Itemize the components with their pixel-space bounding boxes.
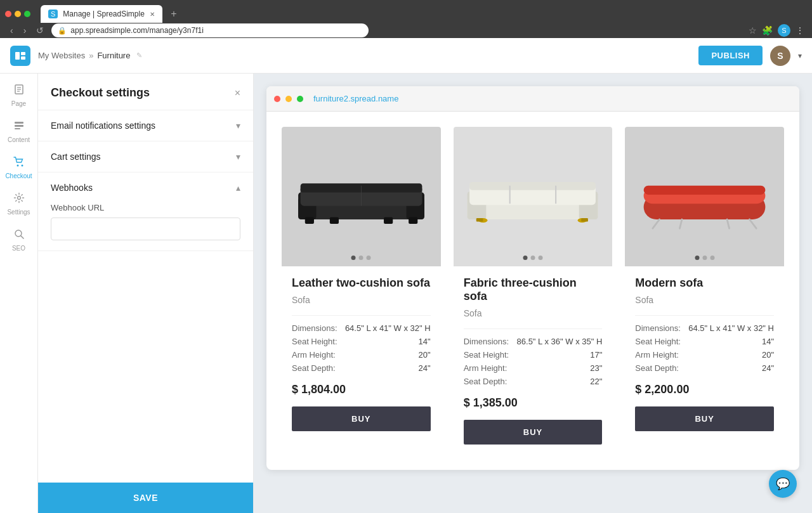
sidebar-item-checkout[interactable]: Checkout — [3, 151, 36, 185]
settings-panel: Checkout settings × Email notifications … — [38, 74, 254, 513]
url-text: app.spreadsimple.com/manage/y3n7f1i — [70, 26, 203, 35]
carousel-dot[interactable] — [530, 256, 535, 260]
svg-rect-34 — [476, 218, 483, 221]
svg-rect-31 — [555, 185, 556, 203]
webhooks-chevron-icon: ▴ — [236, 183, 240, 193]
back-button[interactable]: ‹ — [8, 25, 16, 36]
svg-rect-20 — [305, 217, 314, 224]
product-category: Sofa — [635, 295, 774, 305]
preview-url: furniture2.spread.name — [313, 94, 398, 103]
maximize-dot[interactable] — [24, 11, 30, 17]
carousel-dot[interactable] — [367, 256, 371, 260]
spec-label: Seat Depth: — [292, 363, 336, 373]
profile-icon[interactable]: S — [778, 24, 790, 37]
carousel-dot[interactable] — [702, 256, 707, 260]
webhooks-label: Webhooks — [51, 183, 93, 193]
browser-chrome: S Manage | SpreadSimple ✕ + ‹ › ↺ 🔒 app.… — [0, 0, 812, 38]
svg-rect-22 — [330, 217, 339, 224]
carousel-dot[interactable] — [351, 256, 356, 260]
forward-button[interactable]: › — [21, 25, 29, 36]
spec-value: 17" — [590, 350, 602, 360]
address-bar[interactable]: 🔒 app.spreadsimple.com/manage/y3n7f1i — [51, 23, 369, 37]
webhooks-section-header[interactable]: Webhooks ▴ — [51, 183, 240, 193]
spec-label: Seat Height: — [635, 337, 681, 346]
tab-close-icon[interactable]: ✕ — [150, 11, 155, 18]
carousel-dot[interactable] — [710, 256, 714, 260]
settings-nav-label: Settings — [7, 209, 30, 216]
breadcrumb-root[interactable]: My Websites — [38, 51, 85, 60]
left-nav: Page Content Checkout Settings — [0, 74, 38, 513]
sidebar-item-content[interactable]: Content — [3, 115, 36, 148]
carousel-dot[interactable] — [538, 256, 542, 260]
webhook-url-field: Webhook URL — [51, 203, 240, 240]
product-card: Modern sofa Sofa Dimensions: 64.5" L x 4… — [625, 127, 784, 455]
sofa-image-black — [294, 138, 429, 256]
minimize-dot[interactable] — [15, 11, 21, 17]
extensions-icon[interactable]: 🧩 — [762, 25, 773, 36]
avatar-chevron-icon[interactable]: ▾ — [798, 51, 802, 60]
cart-settings-section[interactable]: Cart settings ▾ — [38, 141, 253, 172]
preview-dot-yellow — [285, 96, 292, 102]
seo-nav-label: SEO — [12, 245, 25, 252]
preview-dot-red — [274, 96, 280, 102]
product-specs: Dimensions: 64.5" L x 41" W x 32" H Seat… — [292, 315, 431, 373]
svg-line-41 — [680, 219, 683, 228]
spec-value: 64.5" L x 41" W x 32" H — [345, 323, 431, 333]
panel-header: Checkout settings × — [38, 74, 253, 110]
svg-rect-35 — [582, 218, 589, 221]
publish-button[interactable]: PUBLISH — [698, 46, 763, 65]
close-dot[interactable] — [5, 11, 11, 17]
new-tab-button[interactable]: + — [166, 6, 181, 22]
spec-row: Arm Height: 20" — [292, 350, 431, 360]
spec-label: Dimensions: — [635, 323, 681, 333]
product-specs: Dimensions: 86.5" L x 36" W x 35" H Seat… — [464, 328, 603, 386]
app: My Websites » Furniture ✎ PUBLISH S ▾ Pa… — [0, 38, 812, 513]
spec-row: Arm Height: 23" — [464, 363, 603, 373]
svg-rect-9 — [15, 128, 20, 129]
product-price: $ 1,385.00 — [464, 396, 603, 410]
product-image — [282, 127, 441, 266]
preview-area: furniture2.spread.name — [254, 74, 812, 513]
spec-label: Arm Height: — [635, 350, 679, 360]
sidebar-item-settings[interactable]: Settings — [3, 187, 36, 221]
save-button[interactable]: SAVE — [38, 483, 253, 513]
svg-rect-0 — [15, 52, 20, 60]
avatar[interactable]: S — [770, 46, 790, 66]
buy-button[interactable]: BUY — [635, 406, 774, 431]
panel-close-button[interactable]: × — [235, 88, 240, 99]
menu-icon[interactable]: ⋮ — [796, 25, 804, 36]
breadcrumb-separator: » — [89, 51, 93, 60]
page-icon — [13, 84, 25, 98]
checkout-icon — [13, 156, 25, 171]
spec-row: Seat Depth: 24" — [635, 363, 774, 373]
window-controls — [5, 11, 30, 17]
buy-button[interactable]: BUY — [464, 420, 603, 445]
product-info: Fabric three-cushion sofa Sofa Dimension… — [454, 266, 613, 455]
spec-row: Seat Height: 17" — [464, 350, 603, 360]
chat-bubble[interactable]: 💬 — [769, 470, 797, 498]
bookmark-icon[interactable]: ☆ — [749, 25, 757, 36]
product-price: $ 2,200.00 — [635, 383, 774, 396]
sidebar-item-page[interactable]: Page — [3, 79, 36, 112]
svg-rect-1 — [21, 52, 25, 55]
product-price: $ 1,804.00 — [292, 383, 431, 396]
carousel-dot[interactable] — [359, 256, 363, 260]
breadcrumb-current: Furniture — [97, 51, 130, 60]
svg-rect-2 — [21, 56, 25, 60]
breadcrumb-edit-icon[interactable]: ✎ — [136, 51, 142, 60]
spec-value: 22" — [590, 377, 602, 386]
sidebar-item-seo[interactable]: SEO — [3, 223, 36, 257]
email-notifications-section[interactable]: Email notifications settings ▾ — [38, 110, 253, 141]
webhook-url-input[interactable] — [51, 218, 240, 240]
refresh-button[interactable]: ↺ — [34, 25, 46, 36]
product-image — [625, 127, 784, 266]
buy-button[interactable]: BUY — [292, 406, 431, 431]
carousel-dot[interactable] — [695, 256, 699, 260]
svg-rect-7 — [15, 122, 23, 124]
product-info: Leather two-cushion sofa Sofa Dimensions… — [282, 266, 441, 441]
svg-point-12 — [17, 197, 20, 200]
tab-title: Manage | SpreadSimple — [63, 10, 145, 18]
products-grid: Leather two-cushion sofa Sofa Dimensions… — [266, 112, 799, 470]
carousel-dot[interactable] — [523, 256, 527, 260]
browser-tab[interactable]: S Manage | SpreadSimple ✕ — [41, 5, 162, 23]
